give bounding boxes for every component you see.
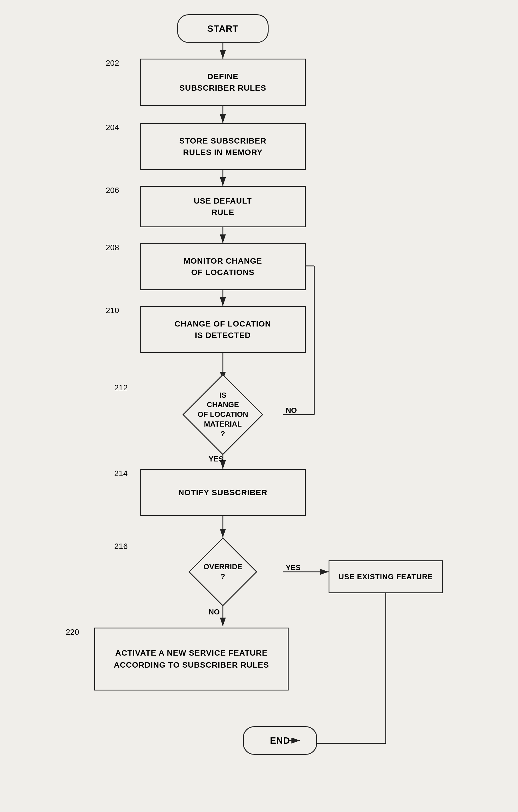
step-214-label: 214 bbox=[114, 469, 128, 478]
step-204-label: 204 bbox=[106, 123, 119, 132]
node-206: USE DEFAULTRULE bbox=[140, 186, 306, 227]
end-node: END bbox=[243, 726, 317, 755]
step-212-label: 212 bbox=[114, 383, 128, 392]
node-212: ISCHANGEOF LOCATIONMATERIAL? bbox=[154, 375, 292, 455]
yes-label-212: YES bbox=[209, 455, 223, 463]
node-202: DEFINESUBSCRIBER RULES bbox=[140, 59, 306, 106]
node-204: STORE SUBSCRIBERRULES IN MEMORY bbox=[140, 123, 306, 170]
step-208-label: 208 bbox=[106, 243, 119, 252]
no-label-216: NO bbox=[209, 608, 220, 616]
node-214: NOTIFY SUBSCRIBER bbox=[140, 469, 306, 516]
node-208: MONITOR CHANGEOF LOCATIONS bbox=[140, 243, 306, 290]
node-220: ACTIVATE A NEW SERVICE FEATUREACCORDING … bbox=[94, 628, 288, 691]
node-218: USE EXISTING FEATURE bbox=[329, 560, 443, 593]
diagram-container: START 202 DEFINESUBSCRIBER RULES 204 STO… bbox=[0, 0, 518, 812]
step-202-label: 202 bbox=[106, 59, 119, 68]
step-206-label: 206 bbox=[106, 186, 119, 195]
node-216: OVERRIDE? bbox=[161, 538, 284, 606]
node-210: CHANGE OF LOCATIONIS DETECTED bbox=[140, 306, 306, 353]
yes-label-216: YES bbox=[286, 563, 301, 572]
no-label-212: NO bbox=[286, 406, 297, 415]
step-220-label: 220 bbox=[66, 628, 79, 637]
start-node: START bbox=[177, 14, 269, 43]
step-210-label: 210 bbox=[106, 306, 119, 315]
step-216-label: 216 bbox=[114, 542, 128, 551]
